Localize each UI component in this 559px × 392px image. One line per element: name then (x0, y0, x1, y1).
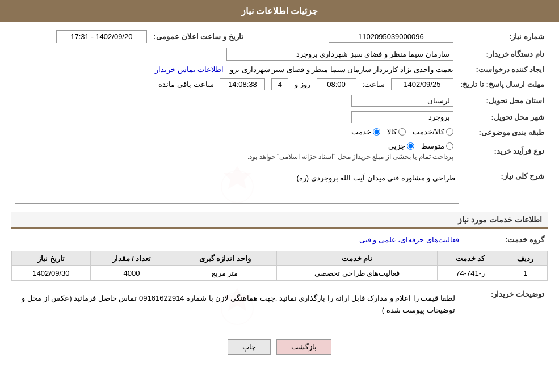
table-row: 1ر-741-74فعالیت‌های طراحی تخصصیمتر مربع4… (12, 266, 548, 281)
buyer-notes-row: توضیحات خریدار: لطفا قیمت را اعلام و مدا… (11, 286, 548, 331)
table-cell-date: 1402/09/30 (12, 266, 91, 281)
action-buttons: بازگشت چاپ (11, 339, 548, 355)
province-row: استان محل تحویل: لرستان (11, 92, 548, 109)
col-row: ردیف (503, 251, 548, 266)
purchase-type-row: نوع فرآیند خرید: متوسط جزیی (11, 140, 548, 163)
page-container: جزئیات اطلاعات نیاز شماره نیاز: 11020950… (0, 0, 559, 392)
radio-medium-label: متوسط (421, 142, 444, 150)
table-cell-unit: متر مربع (173, 266, 277, 281)
response-day-box: 4 (271, 78, 288, 90)
city-label: شهر محل تحویل: (457, 109, 548, 125)
announce-date-box: 1402/09/20 - 17:31 (56, 30, 147, 43)
response-deadline-row: مهلت ارسال پاسخ: تا تاریخ: 1402/09/25 سا… (11, 76, 548, 92)
requester-label: ایجاد کننده درخواست: (457, 63, 548, 76)
province-label: استان محل تحویل: (457, 92, 548, 109)
services-section-title: اطلاعات خدمات مورد نیاز (11, 212, 548, 229)
radio-service-input[interactable] (373, 128, 380, 136)
buyer-notes-value: لطفا قیمت را اعلام و مدارک قابل ارائه را… (11, 286, 463, 331)
service-group-table: گروه خدمت: فعالیت‌های حرفه‌ای، علمی و فن… (11, 233, 548, 246)
requester-row: ایجاد کننده درخواست: نعمت واحدی نژاد کار… (11, 63, 548, 76)
need-number-row: شماره نیاز: 1102095039000096 تاریخ و ساع… (11, 28, 548, 45)
buyer-org-label: نام دستگاه خریدار: (457, 45, 548, 63)
col-date: تاریخ نیاز (12, 251, 91, 266)
radio-service[interactable]: خدمت (351, 128, 380, 136)
radio-service-product-input[interactable] (446, 128, 453, 136)
print-button[interactable]: چاپ (228, 339, 271, 355)
city-box: بروجرد (351, 111, 453, 123)
buyer-notes-box: لطفا قیمت را اعلام و مدارک قابل ارائه را… (15, 289, 459, 328)
purchase-type-value: متوسط جزیی پرداخت تمام یا بخشی از مبلغ خ… (11, 140, 457, 163)
need-desc-text: طراحی و مشاوره فنی میدان آیت الله بروجرد… (296, 174, 455, 182)
table-cell-code: ر-741-74 (438, 266, 503, 281)
table-cell-qty: 4000 (90, 266, 173, 281)
radio-product[interactable]: کالا (387, 128, 406, 136)
col-qty: تعداد / مقدار (90, 251, 173, 266)
radio-product-label: کالا (387, 128, 397, 136)
buyer-org-row: نام دستگاه خریدار: سازمان سیما منظر و فض… (11, 45, 548, 63)
purchase-type-radio-group: متوسط جزیی (388, 142, 453, 150)
purchase-type-label: نوع فرآیند خرید: (457, 140, 548, 163)
category-row: طبقه بندی موضوعی: کالا/خدمت کالا (11, 125, 548, 140)
category-label: طبقه بندی موضوعی: (457, 125, 548, 140)
requester-value: نعمت واحدی نژاد کاربرداز سازمان سیما منظ… (11, 63, 457, 76)
response-remaining-box: 14:08:38 (220, 78, 265, 90)
col-unit: واحد اندازه گیری (173, 251, 277, 266)
city-row: شهر محل تحویل: بروجرد (11, 109, 548, 125)
services-table: ردیف کد خدمت نام خدمت واحد اندازه گیری ت… (11, 251, 548, 281)
need-number-box: 1102095039000096 (329, 31, 453, 43)
radio-product-input[interactable] (398, 128, 406, 136)
service-group-label: گروه خدمت: (463, 233, 548, 246)
response-time-label: ساعت: (362, 80, 385, 88)
radio-service-product-label: کالا/خدمت (413, 128, 444, 136)
radio-service-product[interactable]: کالا/خدمت (413, 128, 453, 136)
table-cell-row: 1 (503, 266, 548, 281)
radio-partial-input[interactable] (407, 142, 414, 150)
announce-date-value: 1402/09/20 - 17:31 (11, 28, 150, 45)
buyer-org-value: سازمان سیما منظر و فضای سبز شهرداری بروج… (11, 45, 457, 63)
requester-contact-link[interactable]: اطلاعات تماس خریدار (155, 65, 224, 74)
radio-partial[interactable]: جزیی (388, 142, 414, 150)
service-group-value: فعالیت‌های حرفه‌ای، علمی و فنی (11, 233, 463, 246)
category-radio-group: کالا/خدمت کالا خدمت (351, 128, 453, 136)
radio-partial-label: جزیی (388, 142, 405, 150)
requester-text: نعمت واحدی نژاد کاربرداز سازمان سیما منظ… (230, 65, 453, 74)
need-desc-box: طراحی و مشاوره فنی میدان آیت الله بروجرد… (15, 170, 459, 204)
response-deadline-label: مهلت ارسال پاسخ: تا تاریخ: (457, 76, 548, 92)
col-name: نام خدمت (277, 251, 438, 266)
services-table-head: ردیف کد خدمت نام خدمت واحد اندازه گیری ت… (12, 251, 548, 266)
response-remaining-label: ساعت باقی مانده (158, 80, 213, 88)
need-desc-label: شرح کلی نیاز: (463, 167, 548, 206)
radio-service-label: خدمت (351, 128, 371, 136)
watermark-logo-2 (215, 286, 260, 331)
table-cell-name: فعالیت‌های طراحی تخصصی (277, 266, 438, 281)
announce-date-label: تاریخ و ساعت اعلان عمومی: (150, 28, 247, 45)
buyer-notes-table: توضیحات خریدار: لطفا قیمت را اعلام و مدا… (11, 286, 548, 331)
back-button[interactable]: بازگشت (276, 339, 331, 355)
buyer-org-box: سازمان سیما منظر و فضای سبز شهرداری بروج… (226, 48, 453, 61)
service-group-link[interactable]: فعالیت‌های حرفه‌ای، علمی و فنی (359, 235, 459, 244)
purchase-note: پرداخت تمام یا بخشی از مبلغ خریداز محل "… (247, 153, 453, 161)
response-day-label: روز و (295, 80, 310, 88)
province-box: لرستان (351, 95, 453, 107)
need-number-value: 1102095039000096 (270, 28, 457, 45)
buyer-notes-label: توضیحات خریدار: (463, 286, 548, 331)
buyer-notes-container: لطفا قیمت را اعلام و مدارک قابل ارائه را… (15, 289, 459, 328)
response-deadline-value: 1402/09/25 ساعت: 08:00 روز و 4 14:08:38 … (11, 76, 457, 92)
need-desc-table: شرح کلی نیاز: طراحی و مشاوره فنی میدان آ… (11, 167, 548, 206)
province-value: لرستان (11, 92, 457, 109)
services-table-header-row: ردیف کد خدمت نام خدمت واحد اندازه گیری ت… (12, 251, 548, 266)
services-table-body: 1ر-741-74فعالیت‌های طراحی تخصصیمتر مربع4… (12, 266, 548, 281)
page-title: جزئیات اطلاعات نیاز (241, 6, 318, 16)
radio-medium-input[interactable] (446, 142, 453, 150)
service-group-row: گروه خدمت: فعالیت‌های حرفه‌ای، علمی و فن… (11, 233, 548, 246)
radio-medium[interactable]: متوسط (421, 142, 453, 150)
response-time-box: 08:00 (317, 78, 356, 90)
city-value: بروجرد (11, 109, 457, 125)
col-code: کد خدمت (438, 251, 503, 266)
page-header: جزئیات اطلاعات نیاز (0, 0, 559, 22)
main-info-table: شماره نیاز: 1102095039000096 تاریخ و ساع… (11, 28, 548, 163)
watermark-logo (215, 164, 260, 209)
need-desc-row: شرح کلی نیاز: طراحی و مشاوره فنی میدان آ… (11, 167, 548, 206)
need-desc-section: شرح کلی نیاز: طراحی و مشاوره فنی میدان آ… (11, 167, 548, 206)
need-number-label: شماره نیاز: (457, 28, 548, 45)
